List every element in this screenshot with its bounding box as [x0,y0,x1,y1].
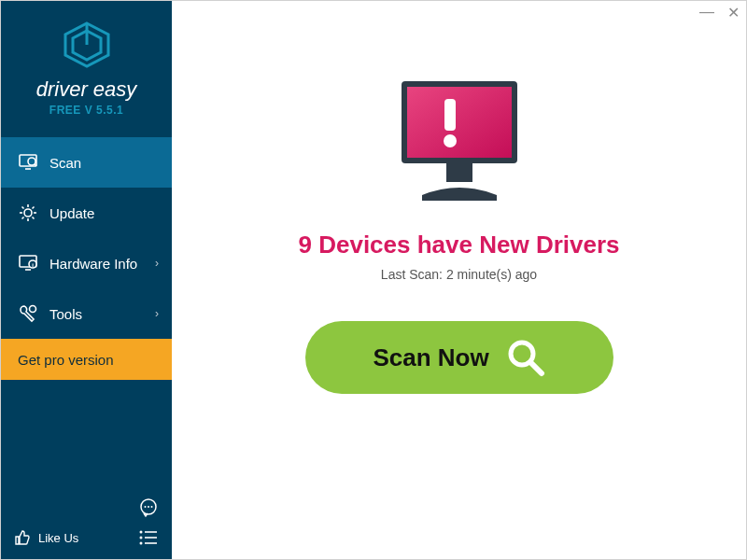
status-text: 9 Devices have New Drivers [172,231,746,259]
app-name: driver easy [1,77,172,102]
scan-now-button[interactable]: Scan Now [305,321,613,394]
status-illustration [385,76,534,210]
svg-line-15 [33,207,35,209]
main-panel: 9 Devices have New Drivers Last Scan: 2 … [172,1,746,559]
logo-area: driver easy FREE V 5.5.1 [1,1,172,126]
svg-rect-36 [446,163,472,182]
svg-point-22 [145,506,147,508]
svg-point-24 [151,506,153,508]
chevron-right-icon: › [155,307,159,320]
sidebar-item-label: Tools [49,306,82,322]
sidebar-item-hardware-info[interactable]: i Hardware Info › [1,238,172,288]
sidebar-footer: Like Us [1,497,172,546]
tools-icon [16,304,40,323]
hardware-info-icon: i [16,255,40,272]
last-scan-text: Last Scan: 2 minute(s) ago [172,267,746,282]
close-button[interactable]: ✕ [727,4,740,21]
minimize-button[interactable]: — [699,4,714,21]
svg-line-14 [22,217,24,219]
svg-line-13 [33,217,35,219]
scan-icon [16,154,40,171]
svg-line-12 [22,207,24,209]
sidebar: driver easy FREE V 5.5.1 Scan Update i H… [1,1,172,559]
window-controls: — ✕ [699,4,740,21]
svg-point-23 [148,506,149,508]
nav: Scan Update i Hardware Info › Tools › Ge… [1,137,172,380]
chevron-right-icon: › [155,257,159,270]
sidebar-item-label: Update [49,205,94,221]
svg-point-29 [140,542,143,545]
sidebar-item-label: Scan [49,155,81,171]
svg-line-38 [530,362,542,373]
svg-point-35 [444,134,457,147]
svg-rect-34 [444,99,456,131]
app-version: FREE V 5.5.1 [1,104,172,117]
sidebar-item-tools[interactable]: Tools › [1,288,172,339]
svg-point-5 [28,158,35,165]
footer-right [138,497,159,546]
feedback-icon[interactable] [138,497,159,518]
svg-rect-33 [407,87,512,158]
magnifier-icon [506,338,545,377]
get-pro-button[interactable]: Get pro version [1,339,172,380]
sidebar-item-label: Hardware Info [49,256,137,272]
like-us-button[interactable]: Like Us [14,529,78,546]
svg-point-25 [140,531,143,534]
get-pro-label: Get pro version [18,352,114,368]
menu-list-icon[interactable] [138,529,159,546]
svg-point-7 [24,209,32,217]
svg-point-27 [140,537,143,539]
thumbs-up-icon [14,529,31,546]
sidebar-item-update[interactable]: Update [1,188,172,238]
app-logo-icon [62,21,112,68]
like-us-label: Like Us [38,531,78,545]
svg-point-20 [30,306,36,313]
gear-icon [16,203,40,222]
scan-now-label: Scan Now [373,343,488,372]
monitor-alert-icon [385,76,534,206]
sidebar-item-scan[interactable]: Scan [1,137,172,188]
